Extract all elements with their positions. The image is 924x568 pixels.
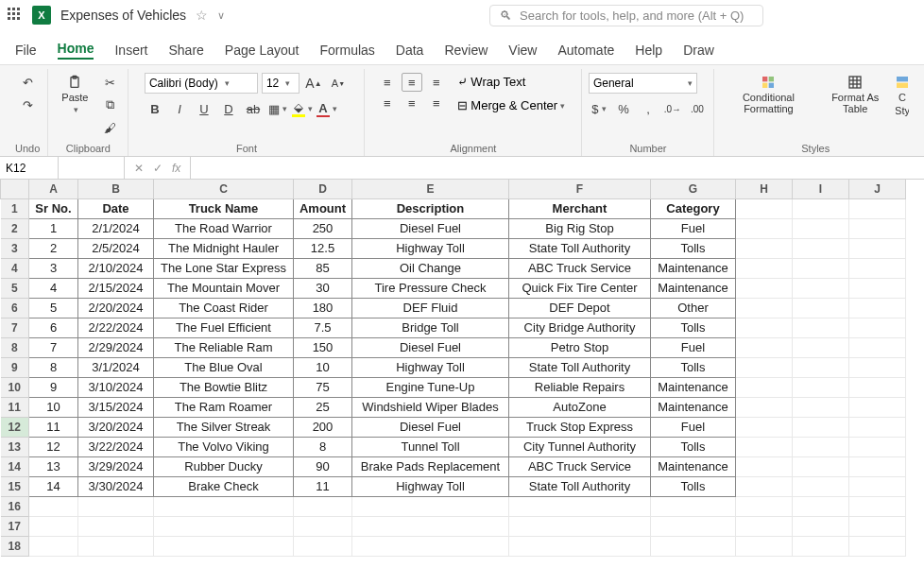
cell[interactable]	[849, 198, 906, 218]
cell-styles-button[interactable]: C Sty	[896, 73, 909, 118]
row-header[interactable]: 2	[1, 218, 29, 238]
cell[interactable]	[509, 536, 651, 556]
cell[interactable]: Tunnel Toll	[352, 437, 509, 456]
tab-formulas[interactable]: Formulas	[319, 43, 374, 58]
row-header[interactable]: 5	[1, 278, 29, 298]
cell[interactable]: 3/20/2024	[78, 417, 154, 437]
cell[interactable]	[294, 536, 352, 556]
row-header[interactable]: 16	[1, 496, 29, 516]
cell[interactable]: 3/1/2024	[78, 357, 154, 377]
cell[interactable]: 75	[294, 377, 352, 397]
cell[interactable]: Description	[352, 198, 509, 218]
cell[interactable]	[736, 218, 793, 238]
cell[interactable]	[849, 318, 906, 337]
cell[interactable]: Quick Fix Tire Center	[509, 278, 651, 298]
percent-button[interactable]: %	[613, 99, 634, 118]
cell[interactable]: 12.5	[294, 238, 352, 258]
cell[interactable]: Bridge Toll	[352, 318, 509, 337]
cell[interactable]	[793, 318, 849, 337]
cell[interactable]	[294, 516, 352, 536]
cell[interactable]: The Road Warrior	[154, 218, 294, 238]
row-header[interactable]: 10	[1, 377, 29, 397]
row-header[interactable]: 6	[1, 298, 29, 318]
cell[interactable]	[849, 437, 906, 456]
comma-button[interactable]: ,	[638, 99, 659, 118]
cell[interactable]: The Volvo Viking	[154, 437, 294, 456]
cell[interactable]	[793, 456, 849, 476]
cell[interactable]: 3/15/2024	[78, 397, 154, 417]
cell[interactable]: 4	[29, 278, 78, 298]
chevron-down-icon[interactable]: ∨	[217, 9, 225, 22]
cell[interactable]	[849, 397, 906, 417]
cell[interactable]: 200	[294, 417, 352, 437]
column-header[interactable]: H	[736, 180, 793, 198]
cell[interactable]: 9	[29, 377, 78, 397]
cell[interactable]	[793, 417, 849, 437]
cell[interactable]: Tolls	[651, 437, 736, 456]
cell[interactable]: Diesel Fuel	[352, 417, 509, 437]
cell[interactable]	[736, 516, 793, 536]
column-header[interactable]: I	[793, 180, 849, 198]
cell[interactable]: State Toll Authority	[509, 476, 651, 496]
cell[interactable]	[736, 417, 793, 437]
row-header[interactable]: 12	[1, 417, 29, 437]
cell[interactable]	[736, 258, 793, 278]
tab-review[interactable]: Review	[444, 43, 488, 58]
redo-button[interactable]: ↷	[17, 95, 38, 114]
cell[interactable]: State Toll Authority	[509, 238, 651, 258]
cell[interactable]	[509, 516, 651, 536]
cell[interactable]: DEF Fluid	[352, 298, 509, 318]
currency-button[interactable]: $▾	[589, 99, 609, 118]
cell[interactable]	[154, 496, 294, 516]
cell[interactable]: The Mountain Mover	[154, 278, 294, 298]
cell[interactable]: The Bowtie Blitz	[154, 377, 294, 397]
cell[interactable]: Truck Name	[154, 198, 294, 218]
cell[interactable]: City Bridge Authority	[509, 318, 651, 337]
cell[interactable]: Oil Change	[352, 258, 509, 278]
cell[interactable]: 2/22/2024	[78, 318, 154, 337]
copy-button[interactable]: ⧉	[99, 95, 120, 114]
cell[interactable]: Fuel	[651, 417, 736, 437]
format-painter-button[interactable]: 🖌	[99, 118, 120, 137]
cell[interactable]	[736, 496, 793, 516]
cancel-icon[interactable]: ✕	[134, 162, 144, 175]
cell[interactable]	[736, 437, 793, 456]
tab-data[interactable]: Data	[396, 43, 424, 58]
cell[interactable]	[849, 337, 906, 357]
align-top-button[interactable]: ≡	[377, 73, 398, 92]
cell[interactable]: ABC Truck Service	[509, 456, 651, 476]
cell[interactable]: Truck Stop Express	[509, 417, 651, 437]
cell[interactable]: 11	[294, 476, 352, 496]
cell[interactable]: 2	[29, 238, 78, 258]
cell[interactable]: 12	[29, 437, 78, 456]
row-header[interactable]: 8	[1, 337, 29, 357]
cell[interactable]	[793, 198, 849, 218]
column-header[interactable]: F	[509, 180, 651, 198]
cell[interactable]: Big Rig Stop	[509, 218, 651, 238]
cell[interactable]: Windshield Wiper Blades	[352, 397, 509, 417]
cell[interactable]	[736, 397, 793, 417]
cell[interactable]: 5	[29, 298, 78, 318]
cell[interactable]	[793, 437, 849, 456]
bold-button[interactable]: B	[145, 99, 165, 118]
cell[interactable]: 30	[294, 278, 352, 298]
enter-icon[interactable]: ✓	[153, 162, 163, 175]
cell[interactable]: 3	[29, 258, 78, 278]
search-box[interactable]: 🔍︎ Search for tools, help, and more (Alt…	[489, 5, 763, 26]
cell[interactable]	[793, 258, 849, 278]
tab-home[interactable]: Home	[58, 41, 94, 60]
column-header[interactable]: E	[352, 180, 509, 198]
cell[interactable]	[849, 357, 906, 377]
cell[interactable]: Tolls	[651, 476, 736, 496]
row-header[interactable]: 11	[1, 397, 29, 417]
cell[interactable]	[793, 298, 849, 318]
cell[interactable]	[793, 476, 849, 496]
file-name[interactable]: Expenses of Vehicles	[60, 8, 186, 23]
cell[interactable]: 3/30/2024	[78, 476, 154, 496]
cell[interactable]: Sr No.	[29, 198, 78, 218]
cell[interactable]	[793, 496, 849, 516]
cell[interactable]	[793, 516, 849, 536]
cell[interactable]: Date	[78, 198, 154, 218]
cell[interactable]: The Reliable Ram	[154, 337, 294, 357]
column-header[interactable]: B	[78, 180, 154, 198]
